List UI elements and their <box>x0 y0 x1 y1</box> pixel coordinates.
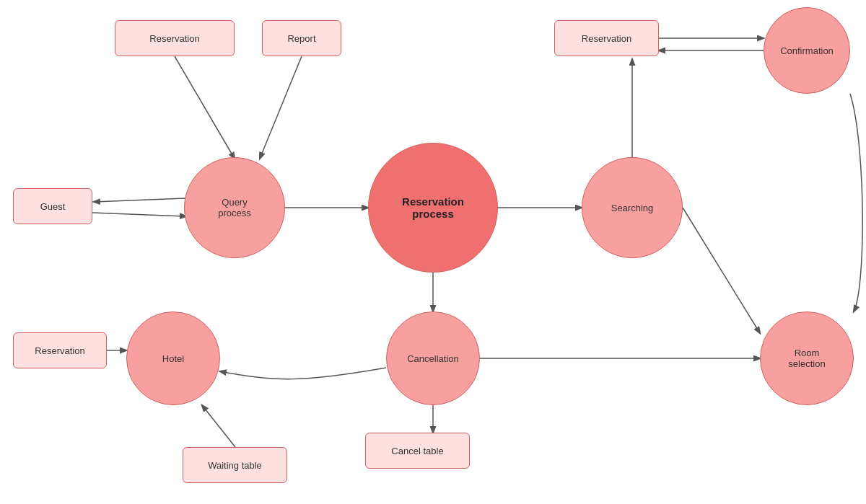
query-process-node: Queryprocess <box>184 157 285 258</box>
report-label: Report <box>287 33 315 44</box>
reservation-mid-rect: Reservation <box>554 20 659 56</box>
reservation-left-rect: Reservation <box>13 332 107 368</box>
reservation-top-rect: Reservation <box>115 20 235 56</box>
report-rect: Report <box>262 20 341 56</box>
hotel-label: Hotel <box>162 353 184 364</box>
svg-line-1 <box>260 56 302 159</box>
reservation-top-label: Reservation <box>149 33 199 44</box>
room-selection-label: Roomselection <box>788 348 825 369</box>
confirmation-label: Confirmation <box>780 45 834 56</box>
hotel-node: Hotel <box>126 311 220 405</box>
cancel-table-label: Cancel table <box>391 446 443 456</box>
reservation-process-label: Reservationprocess <box>402 195 464 220</box>
cancellation-node: Cancellation <box>386 311 480 405</box>
room-selection-node: Roomselection <box>760 311 854 405</box>
reservation-process-node: Reservationprocess <box>368 143 498 273</box>
reservation-mid-label: Reservation <box>582 33 631 44</box>
reservation-left-label: Reservation <box>35 345 84 356</box>
query-process-label: Queryprocess <box>218 197 251 218</box>
confirmation-node: Confirmation <box>764 7 850 94</box>
guest-rect: Guest <box>13 188 92 224</box>
svg-line-3 <box>92 213 186 216</box>
guest-label: Guest <box>40 201 66 212</box>
searching-label: Searching <box>611 203 654 213</box>
cancellation-label: Cancellation <box>407 353 459 364</box>
svg-line-0 <box>175 56 235 159</box>
waiting-table-rect: Waiting table <box>183 447 287 483</box>
svg-line-14 <box>202 405 235 447</box>
cancel-table-rect: Cancel table <box>365 433 470 469</box>
waiting-table-label: Waiting table <box>208 460 262 471</box>
searching-node: Searching <box>582 157 683 258</box>
svg-line-9 <box>683 208 760 333</box>
svg-line-2 <box>94 198 186 202</box>
